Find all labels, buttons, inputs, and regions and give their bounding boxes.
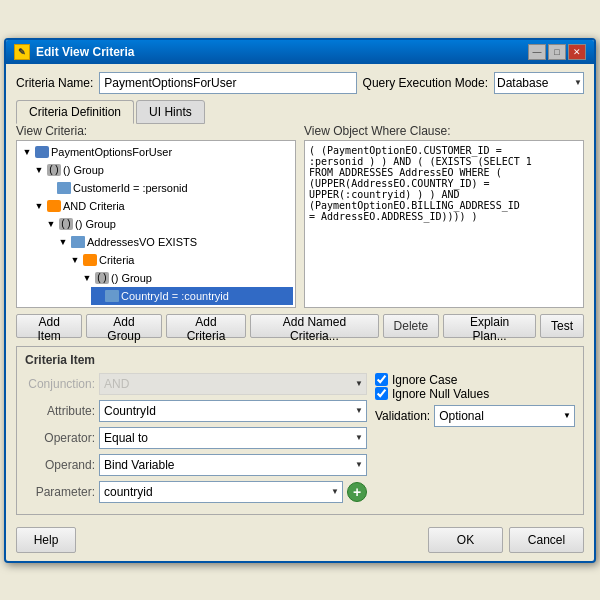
attribute-select[interactable]: CountryId CustomerId: [99, 400, 367, 422]
right-form: Ignore Case Ignore Null Values Validatio…: [375, 373, 575, 508]
validation-select[interactable]: Optional Required: [434, 405, 575, 427]
tree-item-exists[interactable]: ▼ AddressesVO EXISTS: [55, 233, 293, 251]
attribute-row: Attribute: CountryId CustomerId: [25, 400, 367, 422]
expander-group3[interactable]: ▼: [81, 272, 93, 284]
operand-wrapper: Bind Variable Literal Expression: [99, 454, 367, 476]
view-criteria-panel: View Criteria: ▼ PaymentOptionsForUser ▼…: [16, 124, 296, 308]
parameter-wrapper: countryid personid: [99, 481, 343, 503]
dialog-window: ✎ Edit View Criteria — □ ✕ Criteria Name…: [4, 38, 596, 563]
test-button[interactable]: Test: [540, 314, 584, 338]
add-group-button[interactable]: Add Group: [86, 314, 162, 338]
minimize-button[interactable]: —: [528, 44, 546, 60]
query-mode-select[interactable]: Database Memory Both: [494, 72, 584, 94]
tree-item-root[interactable]: ▼ PaymentOptionsForUser: [19, 143, 293, 161]
operand-label: Operand:: [25, 458, 95, 472]
validation-row: Validation: Optional Required ▼: [375, 405, 575, 427]
conjunction-label: Conjunction:: [25, 377, 95, 391]
view-criteria-label: View Criteria:: [16, 124, 296, 138]
conjunction-select[interactable]: AND: [99, 373, 367, 395]
parameter-select[interactable]: countryid personid: [99, 481, 343, 503]
cancel-button[interactable]: Cancel: [509, 527, 584, 553]
tab-criteria-definition[interactable]: Criteria Definition: [16, 100, 134, 124]
add-item-button[interactable]: Add Item: [16, 314, 82, 338]
criteria-name-input[interactable]: [99, 72, 356, 94]
tree-item-group3[interactable]: ▼ ( ) () Group: [79, 269, 293, 287]
ignore-case-checkbox[interactable]: [375, 373, 388, 386]
help-button[interactable]: Help: [16, 527, 76, 553]
operator-wrapper: Equal to Not equal to Greater than Less …: [99, 427, 367, 449]
add-parameter-button[interactable]: +: [347, 482, 367, 502]
tree-label-group3: () Group: [111, 270, 152, 286]
ignore-null-row: Ignore Null Values: [375, 387, 575, 401]
ignore-null-label: Ignore Null Values: [392, 387, 489, 401]
bottom-right-buttons: OK Cancel: [428, 527, 584, 553]
tree-item-countryid[interactable]: CountryId = :countryid: [91, 287, 293, 305]
tree-item-and[interactable]: ▼ AND Criteria: [31, 197, 293, 215]
tree-item-group2[interactable]: ▼ ( ) () Group: [43, 215, 293, 233]
validation-label: Validation:: [375, 409, 430, 423]
operand-row: Operand: Bind Variable Literal Expressio…: [25, 454, 367, 476]
ignore-null-checkbox[interactable]: [375, 387, 388, 400]
main-panels: View Criteria: ▼ PaymentOptionsForUser ▼…: [16, 124, 584, 308]
bottom-buttons: Help OK Cancel: [16, 523, 584, 553]
criteria-item-title: Criteria Item: [25, 353, 575, 367]
expander-root[interactable]: ▼: [21, 146, 33, 158]
close-button[interactable]: ✕: [568, 44, 586, 60]
criteria-name-label: Criteria Name:: [16, 76, 93, 90]
expander-exists[interactable]: ▼: [57, 236, 69, 248]
view-criteria-tree: ▼ PaymentOptionsForUser ▼ ( ) () Group: [16, 140, 296, 308]
tree-label-countryid: CountryId = :countryid: [121, 288, 229, 304]
tree-item-customer[interactable]: CustomerId = :personid: [43, 179, 293, 197]
criteria-name-row: Criteria Name: Query Execution Mode: Dat…: [16, 72, 584, 94]
left-form: Conjunction: AND Attribute: CountryId: [25, 373, 367, 508]
ignore-case-label: Ignore Case: [392, 373, 457, 387]
title-controls: — □ ✕: [528, 44, 586, 60]
expander-criteria2[interactable]: ▼: [69, 254, 81, 266]
tree-label-customer: CustomerId = :personid: [73, 180, 188, 196]
conjunction-row: Conjunction: AND: [25, 373, 367, 395]
maximize-button[interactable]: □: [548, 44, 566, 60]
dialog-body: Criteria Name: Query Execution Mode: Dat…: [6, 64, 594, 561]
operand-select[interactable]: Bind Variable Literal Expression: [99, 454, 367, 476]
sql-label: View Object Where Clause:: [304, 124, 584, 138]
action-buttons-row: Add Item Add Group Add Criteria Add Name…: [16, 314, 584, 338]
tree-label-criteria2: Criteria: [99, 252, 134, 268]
query-mode-wrapper: Database Memory Both: [494, 72, 584, 94]
sql-panel: View Object Where Clause: ( (PaymentOpti…: [304, 124, 584, 308]
operator-label: Operator:: [25, 431, 95, 445]
explain-plan-button[interactable]: Explain Plan...: [443, 314, 536, 338]
tree-label-exists: AddressesVO EXISTS: [87, 234, 197, 250]
expander-and[interactable]: ▼: [33, 200, 45, 212]
ignore-case-row: Ignore Case: [375, 373, 575, 387]
tree-label-group2: () Group: [75, 216, 116, 232]
delete-button[interactable]: Delete: [383, 314, 440, 338]
title-bar: ✎ Edit View Criteria — □ ✕: [6, 40, 594, 64]
parameter-label: Parameter:: [25, 485, 95, 499]
add-named-criteria-button[interactable]: Add Named Criteria...: [250, 314, 378, 338]
dialog-title: Edit View Criteria: [36, 45, 134, 59]
tab-ui-hints[interactable]: UI Hints: [136, 100, 205, 124]
sql-area-container: ( (PaymentOptionEO.CUSTOMER_ID = :person…: [304, 140, 584, 308]
sql-textarea[interactable]: ( (PaymentOptionEO.CUSTOMER_ID = :person…: [305, 141, 583, 307]
tabs: Criteria Definition UI Hints: [16, 100, 584, 124]
tree-label-and: AND Criteria: [63, 198, 125, 214]
tree-area[interactable]: ▼ PaymentOptionsForUser ▼ ( ) () Group: [17, 141, 295, 307]
tree-label-root: PaymentOptionsForUser: [51, 144, 172, 160]
title-bar-left: ✎ Edit View Criteria: [14, 44, 134, 60]
tree-item-group1[interactable]: ▼ ( ) () Group: [31, 161, 293, 179]
criteria-item-section: Criteria Item Conjunction: AND: [16, 346, 584, 515]
expander-group1[interactable]: ▼: [33, 164, 45, 176]
tree-item-criteria2[interactable]: ▼ Criteria: [67, 251, 293, 269]
query-mode-label: Query Execution Mode:: [363, 76, 488, 90]
parameter-row: Parameter: countryid personid +: [25, 481, 367, 503]
attribute-wrapper: CountryId CustomerId: [99, 400, 367, 422]
criteria-form: Conjunction: AND Attribute: CountryId: [25, 373, 575, 508]
dialog-icon: ✎: [14, 44, 30, 60]
ok-button[interactable]: OK: [428, 527, 503, 553]
add-criteria-button[interactable]: Add Criteria: [166, 314, 246, 338]
operator-select[interactable]: Equal to Not equal to Greater than Less …: [99, 427, 367, 449]
expander-group2[interactable]: ▼: [45, 218, 57, 230]
tree-label-group1: () Group: [63, 162, 104, 178]
operator-row: Operator: Equal to Not equal to Greater …: [25, 427, 367, 449]
validation-wrapper: Optional Required ▼: [434, 405, 575, 427]
